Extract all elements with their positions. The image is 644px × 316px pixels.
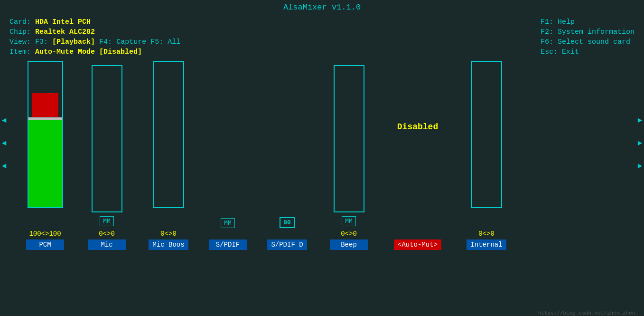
f1-key: F1: <box>541 18 553 26</box>
mic-fader[interactable] <box>92 65 122 212</box>
view-playback: [Playback] <box>52 38 95 46</box>
beep-label[interactable]: Beep <box>330 239 368 250</box>
beep-fader[interactable] <box>334 65 364 212</box>
view-capture: Capture <box>116 38 146 46</box>
mic-mm: MM <box>100 216 114 226</box>
view-f3: F3: <box>35 38 48 46</box>
view-f4: F4: <box>99 38 112 46</box>
f1-line: F1: Help <box>541 18 635 26</box>
info-section: Card: HDA Intel PCH Chip: Realtek ALC282… <box>0 14 644 59</box>
mic-label[interactable]: Mic <box>88 239 126 250</box>
chip-label: Chip: <box>9 28 31 36</box>
card-label: Card: <box>9 18 31 26</box>
card-value: HDA Intel PCH <box>35 18 91 26</box>
pcm-label[interactable]: PCM <box>26 239 64 250</box>
app-title: AlsaMixer v1.1.0 <box>283 3 361 12</box>
channel-spdif: MM S/PDIF <box>199 67 256 250</box>
mic-boost-fader[interactable] <box>153 61 184 208</box>
view-label: View: <box>9 38 31 46</box>
internal-label[interactable]: Internal <box>467 239 506 250</box>
item-line: Item: Auto-Mute Mode [Disabled] <box>9 48 180 56</box>
disabled-text: Disabled <box>397 122 438 132</box>
channel-spdif-d: 00 S/PDIF D <box>256 66 318 250</box>
spdif-d-oo: 00 <box>280 217 295 228</box>
mixer-area: ◄ ◄ ◄ ► ► ► 100<>100 PCM MM 0<>0 Mic 0<>… <box>0 59 644 250</box>
esc-line: Esc: Exit <box>541 48 635 56</box>
chip-line: Chip: Realtek ALC282 <box>9 28 180 36</box>
view-all: All <box>168 38 180 46</box>
info-left: Card: HDA Intel PCH Chip: Realtek ALC282… <box>9 18 180 56</box>
f6-line: F6: Select sound card <box>541 38 635 46</box>
esc-val: Exit <box>562 48 579 56</box>
channel-mic: MM 0<>0 Mic <box>76 65 138 250</box>
item-value: Auto-Mute Mode [Disabled] <box>35 48 142 56</box>
channel-auto-mute: Disabled <Auto-Mut> <box>380 63 456 250</box>
mic-boost-level: 0<>0 <box>160 230 177 238</box>
mic-level: 0<>0 <box>99 230 115 238</box>
auto-mute-label[interactable]: <Auto-Mut> <box>394 239 441 250</box>
mic-boost-label[interactable]: Mic Boos <box>149 239 188 250</box>
info-right: F1: Help F2: System information F6: Sele… <box>541 18 635 56</box>
f6-key: F6: <box>541 38 553 46</box>
esc-key: Esc: <box>541 48 558 56</box>
card-line: Card: HDA Intel PCH <box>9 18 180 26</box>
beep-mm: MM <box>342 216 356 226</box>
pcm-level: 100<>100 <box>29 230 61 238</box>
f1-val: Help <box>558 18 575 26</box>
auto-mute-no-fader: Disabled <box>397 63 438 210</box>
view-line: View: F3: [Playback] F4: Capture F5: All <box>9 38 180 46</box>
f2-line: F2: System information <box>541 28 635 36</box>
title-bar: AlsaMixer v1.1.0 <box>0 0 644 14</box>
spdif-d-label[interactable]: S/PDIF D <box>267 239 307 250</box>
internal-level: 0<>0 <box>478 230 495 238</box>
channel-beep: MM 0<>0 Beep <box>318 65 380 250</box>
f2-key: F2: <box>541 28 553 36</box>
internal-fader[interactable] <box>471 61 502 208</box>
spdif-label[interactable]: S/PDIF <box>209 239 247 250</box>
watermark: https://blog.csdn.net/zhen_zhen_ <box>538 310 638 316</box>
view-f5: F5: <box>150 38 163 46</box>
f6-val: Select sound card <box>558 38 630 46</box>
chip-value: Realtek ALC282 <box>35 28 95 36</box>
left-arrows: ◄ ◄ ◄ <box>2 116 7 171</box>
right-arrows: ► ► ► <box>637 116 642 171</box>
f2-val: System information <box>558 28 635 36</box>
pcm-fader[interactable] <box>28 61 63 208</box>
channel-internal: 0<>0 Internal <box>456 61 517 250</box>
beep-level: 0<>0 <box>341 230 357 238</box>
item-label: Item: <box>9 48 31 56</box>
spdif-mm: MM <box>221 218 235 228</box>
channel-pcm: 100<>100 PCM <box>14 61 76 250</box>
channel-mic-boost: 0<>0 Mic Boos <box>138 61 199 250</box>
